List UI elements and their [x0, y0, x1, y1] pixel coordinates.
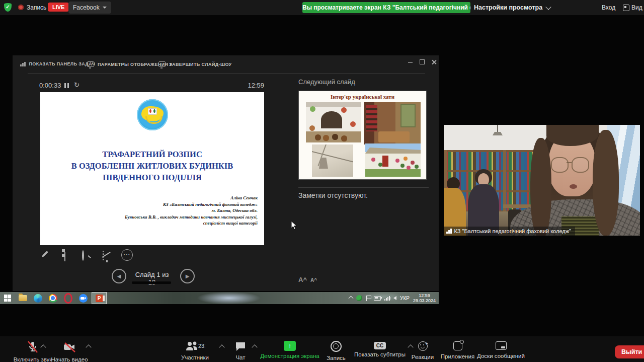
chat-icon — [234, 341, 247, 351]
whiteboards-label: Доски сообщений — [472, 353, 530, 359]
see-all-slides-icon[interactable] — [64, 252, 65, 261]
taskbar-clock[interactable]: 12:59 29.03.2024 — [413, 293, 436, 304]
leave-meeting-button[interactable]: Выйти — [615, 345, 644, 358]
chrome-icon — [49, 294, 57, 303]
captions-label: Показать субтитры — [350, 351, 410, 357]
glasses-left-lens — [551, 157, 569, 173]
college-logo — [137, 99, 168, 130]
login-button[interactable]: Вход — [602, 4, 615, 11]
volume-icon[interactable] — [393, 296, 396, 300]
notes-divider — [298, 187, 429, 188]
edge-button[interactable] — [30, 292, 45, 304]
display-icon — [87, 61, 94, 67]
start-button[interactable] — [0, 292, 15, 304]
pen-tool-icon[interactable] — [41, 251, 48, 258]
language-indicator[interactable]: УКР — [400, 296, 410, 301]
powerpoint-presenter-window: ПОКАЗАТЬ ПАНЕЛЬ ЗАДАЧ ПАРАМЕТРЫ ОТОБРАЖЕ… — [13, 55, 439, 291]
participants-button[interactable]: 231 Участники — [166, 341, 224, 360]
action-center-icon[interactable] — [366, 296, 370, 301]
viewing-screen-banner: Вы просматриваете экран КЗ "Балтський пе… — [302, 2, 470, 13]
view-button[interactable]: Вид — [623, 4, 642, 11]
tray-expand-icon[interactable] — [349, 296, 354, 301]
author-line: Буяновська В.В. , викладач методики навч… — [92, 214, 258, 221]
powerpoint-task-button[interactable]: P — [92, 292, 107, 304]
stove-arch — [321, 111, 342, 128]
author-line: Аліна Сенчак — [92, 195, 258, 201]
end-slideshow-button[interactable]: ЗАВЕРШИТЬ СЛАЙД-ШОУ — [158, 61, 232, 67]
view-settings-button[interactable]: Настройки просмотра — [474, 4, 550, 11]
laurel-wreath-shape — [145, 116, 163, 124]
slide-title-line2: В ОЗДОБЛЕННІ ЖИТЛОВИХ БУДИНКІВ — [40, 160, 264, 172]
system-tray: УКР 12:59 29.03.2024 — [349, 293, 439, 304]
show-taskbar-button[interactable]: ПОКАЗАТЬ ПАНЕЛЬ ЗАДАЧ — [20, 61, 95, 66]
slide-progress-bar[interactable] — [132, 281, 171, 284]
encryption-shield-icon: ✓ — [4, 3, 12, 12]
windows-logo-icon — [4, 295, 11, 302]
speaker-mouth — [570, 184, 577, 189]
chrome-button[interactable] — [45, 292, 60, 304]
slideshow-icon — [158, 61, 166, 67]
apps-icon — [453, 341, 462, 350]
speaker-hair-strand — [530, 138, 551, 236]
photo-painted-house — [365, 143, 421, 177]
author-line: м. Балта, Одеська обл. — [92, 207, 258, 214]
file-explorer-button[interactable] — [15, 292, 30, 304]
clay-pots — [315, 134, 321, 140]
participant-name: КЗ "Балтський педагогічний фаховий колед… — [454, 228, 571, 234]
increase-font-icon[interactable]: A^ — [298, 276, 307, 283]
cc-icon: CC — [374, 342, 386, 349]
plus-icon: + — [426, 341, 428, 346]
more-options-icon[interactable]: ··· — [121, 249, 133, 261]
next-slide-heading: Следующий слайд — [298, 78, 355, 86]
glasses-bridge — [567, 162, 572, 163]
stove-rosettes — [310, 106, 315, 112]
start-video-button[interactable]: Начать видео — [39, 340, 100, 362]
chevron-down-icon — [103, 7, 107, 9]
antivirus-tray-icon[interactable] — [356, 295, 362, 301]
view-layout-icon — [623, 5, 629, 11]
windows-taskbar: P УКР 12:59 29.03.2024 — [0, 292, 439, 304]
next-slide-preview: Інтер'єр української хати — [298, 91, 427, 180]
captions-button[interactable]: CC Показать субтитры — [350, 342, 410, 357]
author-line: КЗ «Балтський педагогічний фаховий колед… — [92, 201, 258, 208]
recording-indicator-icon — [18, 5, 24, 10]
opera-button[interactable] — [60, 292, 75, 304]
folder-icon — [19, 295, 27, 301]
black-screen-icon[interactable] — [103, 251, 104, 260]
decrease-font-icon[interactable]: A^ — [310, 277, 317, 283]
powerpoint-icon: P — [96, 295, 103, 302]
view-settings-label: Настройки просмотра — [474, 4, 542, 11]
current-slide: ТРАФАРЕТНИЙ РОЗПИС В ОЗДОБЛЕННІ ЖИТЛОВИХ… — [40, 92, 264, 245]
show-taskbar-label: ПОКАЗАТЬ ПАНЕЛЬ ЗАДАЧ — [29, 61, 96, 66]
live-badge: LIVE — [48, 3, 69, 12]
participant-video[interactable]: КЗ "Балтський педагогічний фаховий колед… — [444, 125, 640, 236]
previous-slide-button[interactable]: ◀ — [112, 269, 126, 283]
restart-timer-icon[interactable]: ↻ — [74, 81, 79, 89]
next-slide-button[interactable]: ▶ — [180, 269, 195, 283]
pause-timer-icon[interactable] — [64, 83, 69, 88]
restore-window-icon[interactable] — [420, 59, 425, 64]
participant-name-tag: КЗ "Балтський педагогічний фаховий колед… — [444, 227, 575, 236]
zoom-meeting-screen: ✓ Запись LIVE Facebook Вы просматриваете… — [0, 0, 644, 362]
battery-icon[interactable] — [374, 296, 381, 301]
whiteboards-button[interactable]: Доски сообщений — [472, 341, 530, 359]
taskbar-date: 29.03.2024 — [413, 298, 436, 303]
speaker-hair-strand — [593, 130, 619, 236]
chandelier — [497, 125, 498, 133]
photo-hata-interior — [364, 102, 421, 144]
opera-icon — [64, 293, 72, 304]
zoom-slide-icon[interactable] — [82, 250, 84, 261]
facebook-label: Facebook — [73, 4, 100, 11]
open-book-shape — [148, 108, 157, 115]
facebook-stream-button[interactable]: Facebook — [68, 2, 111, 14]
taskbar-time: 12:59 — [419, 293, 430, 298]
zoom-app-button[interactable] — [75, 292, 91, 304]
woven-textile — [366, 105, 377, 131]
tiled-stove — [400, 104, 416, 127]
minimize-icon[interactable] — [408, 59, 413, 63]
red-door — [382, 156, 388, 167]
mouse-cursor — [291, 221, 297, 230]
wooden-bench — [378, 131, 410, 142]
thatched-roof — [365, 148, 421, 154]
next-slide-title: Інтер'єр української хати — [299, 94, 426, 100]
